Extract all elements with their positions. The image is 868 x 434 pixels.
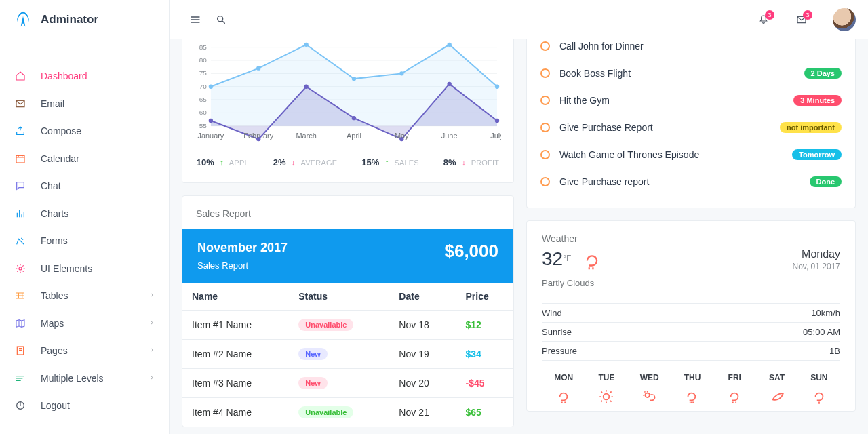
- sales-header: November 2017 Sales Report $6,000: [182, 229, 513, 283]
- dashboard-icon: [14, 71, 27, 81]
- stat-pct: 15%: [361, 157, 379, 167]
- sidebar-item-label: UI Elements: [41, 263, 92, 274]
- notifications-button[interactable]: 3: [758, 14, 769, 25]
- forecast-day[interactable]: MON: [554, 373, 573, 406]
- chart-stat-profit: 8%↓Profit: [443, 157, 499, 167]
- todo-item[interactable]: Book Boss Flight2 Days: [540, 60, 842, 87]
- sidebar-item-ui-elements[interactable]: UI Elements: [0, 255, 169, 283]
- sales-amount: $6,000: [444, 241, 498, 262]
- svg-point-5: [218, 16, 223, 21]
- arrow-down-icon: ↓: [292, 158, 296, 167]
- forecast-day[interactable]: WED: [640, 373, 659, 406]
- weather-row: Pressure1B: [542, 342, 840, 361]
- todo-item[interactable]: Give Purchase reportDone: [540, 168, 842, 195]
- brand-row[interactable]: Adminator: [0, 0, 169, 39]
- table-row[interactable]: Item #4 NameUnavailableNov 21$65: [182, 398, 513, 427]
- checkbox-icon[interactable]: [540, 123, 550, 132]
- menu-toggle-button[interactable]: [190, 14, 201, 25]
- search-icon: [216, 14, 226, 25]
- cell-date: Nov 21: [389, 398, 456, 427]
- sidebar-item-label: Chat: [41, 180, 61, 191]
- todo-item[interactable]: Give Purchase Reportnot important: [540, 114, 842, 141]
- sidebar-item-logout[interactable]: Logout: [0, 392, 169, 420]
- todo-item[interactable]: Hit the Gym3 Minutes: [540, 87, 842, 114]
- chat-icon: [14, 180, 27, 191]
- todo-text: Book Boss Flight: [559, 68, 631, 79]
- charts-icon: [14, 208, 27, 219]
- svg-point-26: [352, 77, 356, 81]
- checkbox-icon[interactable]: [540, 41, 550, 51]
- sidebar-item-charts[interactable]: Charts: [0, 200, 169, 228]
- svg-rect-3: [17, 347, 23, 355]
- svg-text:80: 80: [199, 56, 208, 64]
- forecast-day[interactable]: THU: [684, 373, 701, 406]
- todo-card: Call John for DinnerBook Boss Flight2 Da…: [526, 39, 856, 208]
- sidebar-item-maps[interactable]: Maps: [0, 310, 169, 338]
- table-row[interactable]: Item #1 NameUnavailableNov 18$12: [182, 311, 513, 340]
- forecast-day-icon: [684, 388, 701, 406]
- todo-item[interactable]: Call John for Dinner: [540, 39, 842, 60]
- cell-name: Item #3 Name: [182, 369, 289, 398]
- weather-row-key: Pressure: [542, 346, 577, 356]
- forecast-day[interactable]: SUN: [810, 373, 828, 406]
- cell-name: Item #2 Name: [182, 340, 289, 369]
- svg-point-29: [495, 85, 499, 89]
- svg-text:70: 70: [199, 83, 208, 90]
- sidebar-item-dashboard[interactable]: Dashboard: [0, 62, 169, 90]
- svg-text:May: May: [395, 132, 409, 140]
- messages-button[interactable]: 3: [796, 14, 807, 25]
- status-badge: New: [298, 377, 328, 389]
- weather-row-val: 1B: [829, 346, 840, 356]
- cell-price: $12: [466, 319, 481, 330]
- forecast-day[interactable]: FRI: [726, 373, 743, 406]
- stat-label: Profit: [471, 159, 500, 167]
- forecast-day-icon: [641, 388, 658, 406]
- weather-row: Wind10km/h: [542, 304, 840, 323]
- multiple-levels-icon: [14, 373, 27, 384]
- sidebar-item-compose[interactable]: Compose: [0, 117, 169, 145]
- sidebar-item-multiple-levels[interactable]: Multiple Levels: [0, 365, 169, 393]
- sales-card-title: Sales Report: [182, 196, 513, 219]
- user-avatar[interactable]: [833, 8, 856, 31]
- checkbox-icon[interactable]: [540, 150, 550, 159]
- forecast-day-label: SUN: [810, 373, 827, 382]
- calendar-icon: [14, 153, 27, 164]
- checkbox-icon[interactable]: [540, 68, 550, 78]
- todo-text: Hit the Gym: [559, 95, 610, 106]
- todo-item[interactable]: Watch Game of Thrones EpisodeTomorrow: [540, 141, 842, 168]
- table-row[interactable]: Item #3 NameNewNov 20-$45: [182, 369, 513, 398]
- chevron-right-icon: [149, 319, 155, 328]
- sidebar-item-email[interactable]: Email: [0, 90, 169, 118]
- cell-name: Item #1 Name: [182, 311, 289, 340]
- forecast-day[interactable]: TUE: [597, 373, 615, 406]
- checkbox-icon[interactable]: [540, 96, 550, 105]
- chart-stats: 10%↑APPL2%↓Average15%↑Sales8%↓Profit: [195, 142, 501, 172]
- checkbox-icon[interactable]: [540, 177, 550, 186]
- col-price: Price: [456, 283, 513, 311]
- svg-point-24: [256, 66, 260, 70]
- stat-pct: 8%: [443, 157, 456, 167]
- sidebar-item-tables[interactable]: Tables: [0, 282, 169, 310]
- forecast-day[interactable]: SAT: [768, 373, 786, 406]
- table-row[interactable]: Item #2 NameNewNov 19$34: [182, 340, 513, 369]
- sidebar-item-forms[interactable]: Forms: [0, 227, 169, 255]
- svg-text:65: 65: [199, 96, 208, 103]
- forecast-day-icon: [768, 388, 786, 406]
- sidebar-item-chat[interactable]: Chat: [0, 172, 169, 200]
- svg-point-27: [399, 71, 403, 75]
- sidebar-item-label: Maps: [41, 318, 64, 329]
- sidebar-item-label: Dashboard: [41, 71, 87, 81]
- forecast-day-icon: [555, 388, 572, 406]
- search-button[interactable]: [216, 14, 226, 25]
- forecast-day-label: FRI: [728, 373, 741, 382]
- status-badge: New: [298, 348, 328, 360]
- svg-text:85: 85: [199, 43, 208, 51]
- sidebar-item-pages[interactable]: Pages: [0, 337, 169, 365]
- sidebar: Adminator DashboardEmailComposeCalendarC…: [0, 0, 170, 434]
- forecast-day-label: WED: [640, 373, 659, 382]
- cell-price: -$45: [466, 378, 485, 389]
- cell-price: $65: [466, 407, 481, 418]
- svg-point-23: [209, 85, 213, 89]
- sidebar-item-calendar[interactable]: Calendar: [0, 145, 169, 173]
- cell-price: $34: [466, 349, 481, 359]
